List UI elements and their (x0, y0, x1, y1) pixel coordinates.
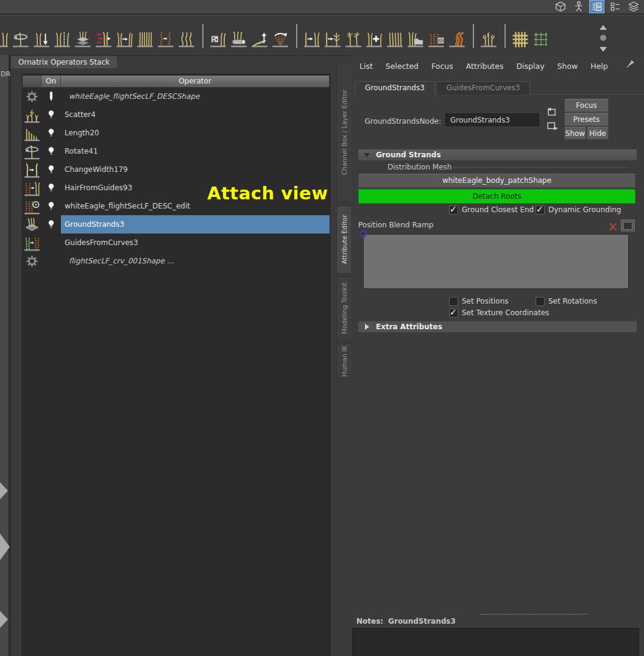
checkbox-set-rotations[interactable]: Set Rotations (536, 296, 597, 306)
ground-strands-section-header[interactable]: Ground Strands (358, 149, 637, 160)
bundle-icon[interactable] (136, 23, 154, 48)
operator-row[interactable]: Scatter4 (23, 105, 330, 124)
distribution-mesh-button[interactable]: whiteEagle_body_patchShape (358, 174, 635, 188)
character-icon[interactable] (571, 0, 586, 13)
checkbox-box-icon[interactable] (449, 308, 458, 318)
menu-selected[interactable]: Selected (386, 62, 419, 71)
checkbox-box-icon[interactable] (449, 297, 458, 306)
rotate-icon[interactable] (12, 23, 29, 48)
enabled-bulb-icon[interactable] (41, 124, 61, 142)
checkbox-ground-closest-end[interactable]: Ground Closest End (449, 205, 534, 215)
menu-attributes[interactable]: Attributes (466, 62, 504, 71)
checkbox-box-icon[interactable] (536, 297, 545, 306)
scene-cube-icon[interactable] (553, 0, 568, 13)
checkbox-box-icon[interactable] (536, 205, 545, 215)
operator-row[interactable]: Rotate41 (23, 142, 330, 160)
menu-focus[interactable]: Focus (431, 62, 453, 71)
guides-from-curves-icon[interactable] (23, 234, 41, 252)
checkbox-set-positions[interactable]: Set Positions (449, 296, 509, 306)
menu-list[interactable]: List (359, 62, 373, 71)
enabled-bulb-icon[interactable] (41, 179, 61, 197)
ornatrix-operators-stack-tab[interactable]: Ornatrix Operators Stack (11, 56, 117, 68)
checkbox-box-icon[interactable] (449, 205, 458, 215)
pin-icon[interactable] (625, 60, 635, 72)
menu-help[interactable]: Help (590, 62, 608, 71)
length-down-icon[interactable] (33, 23, 50, 48)
curl-orange-icon[interactable] (157, 23, 174, 48)
shelf-scroll-control[interactable] (599, 24, 607, 55)
enabled-bulb-icon[interactable] (41, 197, 61, 215)
delete-ramp-icon[interactable] (608, 221, 618, 231)
wheat-icon[interactable] (345, 23, 362, 48)
operator-row[interactable]: ChangeWidth179 (23, 160, 330, 179)
side-tab-attribute-editor[interactable]: Attribute Editor (336, 205, 352, 274)
weave-grid-icon[interactable] (512, 23, 529, 48)
panel-layout-icon[interactable] (589, 0, 604, 13)
notes-drag-handle[interactable] (480, 614, 587, 615)
scatter-stack-icon[interactable] (74, 23, 91, 48)
hair-from-guides-icon[interactable] (23, 179, 41, 197)
show-input-connections-icon[interactable] (545, 107, 559, 118)
detach-roots-button[interactable]: Detach Roots (358, 189, 635, 204)
fan-orange-icon[interactable] (272, 23, 289, 48)
menu-show[interactable]: Show (557, 62, 578, 71)
presets-button[interactable]: Presets (564, 113, 609, 126)
gear-icon[interactable] (23, 87, 41, 105)
extra-attributes-section-header[interactable]: Extra Attributes (358, 321, 637, 332)
lines-icon[interactable] (386, 23, 403, 48)
side-tab-modeling-toolkit[interactable]: Modeling Toolkit (336, 276, 352, 341)
gear-icon[interactable] (23, 252, 41, 270)
change-width-icon[interactable] (23, 160, 41, 179)
ground-strands-icon[interactable] (23, 215, 41, 234)
panel-expand-arrow[interactable] (0, 482, 8, 499)
checkbox-set-texture-coordinates[interactable]: Set Texture Coordinates (449, 308, 549, 318)
operator-row[interactable]: whiteEagle_flightSecLF_DESCShape (23, 87, 330, 105)
notes-textarea[interactable] (352, 628, 639, 656)
enabled-bulb-icon[interactable] (41, 105, 61, 124)
dashed-strands-icon[interactable] (54, 23, 71, 48)
operator-row[interactable]: GuidesFromCurves3 (23, 234, 330, 252)
wavy-icon[interactable] (178, 23, 195, 48)
show-output-connections-icon[interactable] (545, 120, 559, 132)
arrow-tree-icon[interactable] (324, 23, 341, 48)
position-blend-ramp-canvas[interactable] (363, 234, 629, 289)
dots-device-icon[interactable] (428, 23, 445, 48)
node-tab-groundstrands3[interactable]: GroundStrands3 (355, 81, 435, 95)
box-dots-icon[interactable] (210, 23, 227, 48)
mesh-log-icon[interactable] (230, 23, 247, 48)
menu-display[interactable]: Display (516, 62, 544, 71)
side-tab-human-ik[interactable]: Human IK (336, 343, 352, 379)
pin-indicator-icon[interactable] (41, 87, 61, 105)
strands-half-icon[interactable] (0, 23, 9, 48)
focus-button[interactable]: Focus (564, 99, 609, 112)
scatter-icon[interactable] (23, 105, 41, 124)
enabled-bulb-icon[interactable] (41, 215, 61, 234)
operator-row[interactable]: GroundStrands3 (23, 215, 330, 234)
show-button[interactable]: Show (564, 127, 586, 140)
braid-icon[interactable] (448, 23, 465, 48)
length-bars-icon[interactable] (23, 124, 41, 142)
folder-strands-icon[interactable] (407, 23, 424, 48)
enabled-bulb-icon[interactable] (41, 160, 61, 179)
edit-guides-icon[interactable] (23, 197, 41, 215)
comb-up-icon[interactable] (251, 23, 268, 48)
ramp-options-button[interactable] (621, 219, 635, 232)
plus-strands-icon[interactable] (366, 23, 383, 48)
node-tab-guidesfromcurves3[interactable]: GuidesFromCurves3 (436, 81, 531, 94)
green-grid-icon[interactable] (533, 23, 550, 48)
panel-expand-arrow[interactable] (0, 533, 10, 560)
rotate-icon[interactable] (23, 142, 41, 160)
enabled-bulb-icon[interactable] (41, 142, 61, 160)
ramp-key-marker-icon[interactable] (358, 229, 368, 241)
clip-red-icon[interactable] (95, 23, 112, 48)
side-tab-channel-box-layer-editor[interactable]: Channel Box / Layer Editor (336, 63, 352, 202)
hide-button[interactable]: Hide (587, 127, 609, 140)
operator-row[interactable]: flightSecLF_crv_001Shape ... (23, 252, 330, 270)
operator-row[interactable]: Length20 (23, 124, 330, 142)
layers-icon[interactable] (626, 0, 641, 13)
grass-clump-icon[interactable] (480, 23, 497, 48)
panel-expand-arrow[interactable] (0, 611, 8, 628)
node-name-input[interactable] (445, 113, 539, 126)
checkbox-dynamic-grounding[interactable]: Dynamic Grounding (536, 205, 621, 215)
guides-arrow-icon[interactable] (116, 23, 133, 48)
